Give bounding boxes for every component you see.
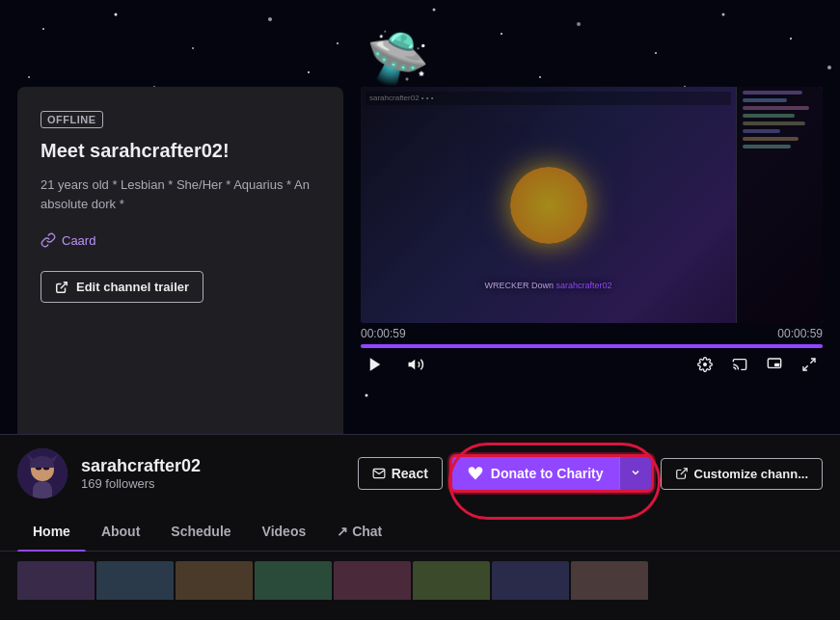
channel-meta: sarahcrafter02 169 followers [81, 456, 344, 491]
tab-chat[interactable]: ↗ Chat [321, 512, 397, 551]
react-icon [372, 467, 386, 480]
external-link-icon [55, 281, 68, 294]
preview-thumb-1[interactable] [17, 561, 95, 600]
play-button[interactable] [363, 352, 388, 377]
donate-button[interactable]: Donate to Charity [452, 457, 651, 490]
tab-schedule-label: Schedule [171, 524, 230, 539]
svg-line-51 [680, 469, 686, 474]
svg-line-42 [803, 365, 808, 370]
cast-icon [732, 357, 747, 372]
preview-thumb-3[interactable] [176, 561, 253, 600]
channel-panel-title: Meet sarahcrafter02! [41, 140, 320, 162]
tab-chat-label: ↗ Chat [337, 524, 382, 539]
miniplayer-icon [767, 357, 782, 372]
volume-icon [407, 356, 424, 373]
caard-link[interactable]: Caard [41, 232, 320, 248]
react-button[interactable]: React [358, 457, 443, 490]
video-total-time: 00:00:59 [777, 327, 823, 340]
fullscreen-icon [801, 357, 817, 372]
preview-thumb-8[interactable] [571, 561, 648, 600]
external-link-2-icon [675, 467, 689, 480]
offline-badge: OFFLINE [41, 111, 103, 128]
video-controls-right [693, 353, 821, 376]
followers-count: 169 followers [81, 476, 344, 491]
video-container[interactable]: WRECKER Down sarahcrafter02 sarahcrafter… [361, 87, 823, 323]
svg-line-41 [810, 359, 815, 364]
channel-description: 21 years old * Lesbian * She/Her * Aquar… [41, 175, 320, 213]
preview-thumb-4[interactable] [255, 561, 332, 600]
preview-thumb-7[interactable] [492, 561, 569, 600]
video-progress-bar[interactable] [361, 344, 823, 348]
svg-line-34 [61, 282, 67, 287]
play-icon [366, 356, 384, 373]
video-controls [361, 348, 823, 381]
tab-schedule[interactable]: Schedule [155, 512, 246, 551]
react-label: React [392, 466, 428, 481]
preview-thumb-2[interactable] [96, 561, 174, 600]
donate-dropdown-arrow[interactable] [619, 457, 651, 490]
customize-label: Customize chann... [694, 467, 808, 481]
bottom-section: sarahcrafter02 169 followers React [0, 434, 840, 600]
video-screenshot: WRECKER Down sarahcrafter02 sarahcrafter… [361, 87, 823, 323]
channel-name: sarahcrafter02 [81, 456, 344, 476]
svg-marker-36 [409, 360, 416, 370]
channel-header: sarahcrafter02 169 followers React [0, 435, 840, 512]
avatar-image [17, 448, 68, 499]
tab-home[interactable]: Home [17, 512, 86, 551]
preview-thumb-6[interactable] [413, 561, 490, 600]
donate-label: Donate to Charity [491, 466, 604, 481]
tab-about-label: About [101, 524, 140, 539]
donate-button-wrapper: Donate to Charity [452, 457, 651, 490]
ufo-decoration: 🛸 [366, 29, 429, 88]
video-current-time: 00:00:59 [361, 327, 406, 340]
customize-button[interactable]: Customize chann... [661, 458, 823, 490]
settings-button[interactable] [693, 353, 717, 376]
avatar-svg [17, 448, 68, 499]
chevron-down-icon [630, 467, 641, 478]
svg-point-37 [703, 363, 707, 366]
tab-videos-label: Videos [262, 524, 307, 539]
video-player-area: WRECKER Down sarahcrafter02 sarahcrafter… [361, 87, 823, 376]
svg-marker-35 [370, 358, 381, 371]
caard-link-label: Caard [62, 233, 95, 248]
tab-videos[interactable]: Videos [247, 512, 322, 551]
settings-icon [697, 357, 713, 372]
tab-about[interactable]: About [86, 512, 155, 551]
svg-rect-40 [774, 364, 779, 366]
volume-button[interactable] [403, 352, 428, 377]
video-time-row: 00:00:59 00:00:59 [361, 323, 823, 344]
charity-icon [468, 466, 483, 481]
edit-trailer-label: Edit channel trailer [76, 280, 189, 294]
fullscreen-button[interactable] [798, 353, 821, 376]
preview-strip [0, 552, 840, 600]
video-controls-left [363, 352, 428, 377]
video-progress-fill [361, 344, 823, 348]
cast-button[interactable] [728, 353, 751, 376]
channel-actions: React Donate to Charity [358, 457, 823, 490]
channel-info-panel: OFFLINE Meet sarahcrafter02! 21 years ol… [17, 87, 343, 463]
miniplayer-button[interactable] [763, 353, 786, 376]
edit-trailer-button[interactable]: Edit channel trailer [41, 271, 203, 303]
avatar [17, 448, 68, 499]
nav-tabs: Home About Schedule Videos ↗ Chat [0, 512, 840, 552]
link-icon [41, 232, 56, 248]
preview-thumb-5[interactable] [334, 561, 411, 600]
tab-home-label: Home [33, 524, 70, 539]
